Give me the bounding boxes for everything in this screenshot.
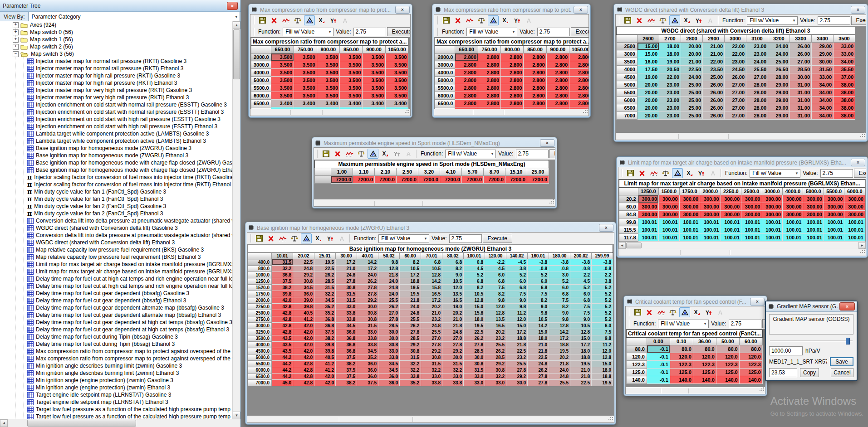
cell[interactable]: 24.8	[293, 266, 314, 272]
cell[interactable]: 5.2	[528, 272, 549, 278]
cell[interactable]: 34.5	[357, 348, 378, 354]
trace-icon[interactable]	[277, 233, 288, 243]
col-header[interactable]: 2800	[681, 35, 703, 43]
col-header[interactable]: 750.00	[478, 46, 500, 53]
cell[interactable]: 21.0	[570, 367, 592, 374]
col-header[interactable]: 60.00	[739, 338, 762, 345]
tree-item[interactable]: Min ignition angle (engine protection) (…	[0, 377, 233, 384]
cell[interactable]: 38.2	[336, 361, 357, 367]
cell[interactable]: 3.400	[294, 100, 317, 107]
cell[interactable]: 21.8	[549, 361, 570, 367]
cell[interactable]: 34.00	[812, 81, 834, 89]
col-header[interactable]: 900.00	[546, 46, 569, 53]
col-header[interactable]: 3300	[790, 35, 812, 43]
tree-item[interactable]: Target engine idle setpoint map (LLRNSTA…	[0, 398, 233, 406]
tree-item[interactable]: Delay time map for fuel cut gear depende…	[0, 319, 233, 326]
scales-icon[interactable]	[660, 168, 671, 178]
cell[interactable]: 34.5	[378, 361, 400, 367]
tree-item[interactable]: +Map switch 1 (56)	[0, 36, 233, 43]
cell[interactable]: 27.00	[725, 104, 746, 112]
cell[interactable]: 300.00	[741, 195, 762, 203]
row-header[interactable]: 3000	[617, 50, 638, 58]
cell[interactable]: 10.5	[400, 266, 421, 272]
col-header[interactable]: 1250.0	[638, 188, 658, 195]
col-header[interactable]: 60.00	[400, 253, 421, 259]
col-header[interactable]: 259.99	[592, 253, 613, 259]
cell[interactable]: 300.00	[762, 211, 782, 218]
cell[interactable]: 8.2	[528, 297, 549, 304]
cell[interactable]: 125.0	[693, 369, 716, 376]
col-header[interactable]: 1050.00	[385, 46, 408, 53]
cell[interactable]: 11.2	[506, 310, 528, 316]
cell[interactable]: 2.800	[569, 92, 588, 100]
scroll-up-icon[interactable]: ▲	[233, 21, 240, 29]
cell[interactable]: 7200.0	[353, 176, 375, 184]
execute-button[interactable]: Execute	[854, 169, 867, 178]
cell[interactable]: 122.3	[716, 361, 739, 369]
cell[interactable]: 12.0	[506, 316, 528, 323]
cell[interactable]: 2.800	[455, 92, 478, 100]
cell[interactable]: 18.00	[659, 50, 681, 58]
col-header[interactable]: 3.20	[418, 168, 440, 176]
tree-item[interactable]: Delay time map for fuel cut at high cat …	[0, 275, 233, 282]
scroll-thumb[interactable]	[27, 420, 136, 427]
cell[interactable]: 32.2	[485, 374, 506, 380]
cell[interactable]: 33.0	[464, 380, 485, 386]
cell[interactable]: 300.00	[824, 195, 844, 203]
cell[interactable]: 80.0	[693, 345, 716, 353]
cell[interactable]: 9.8	[549, 316, 570, 323]
scales-icon[interactable]	[356, 149, 367, 159]
col-header[interactable]: 850.00	[524, 46, 546, 53]
axis-y-icon[interactable]: Y	[324, 233, 335, 243]
row-header[interactable]: 2500	[617, 43, 638, 50]
cell[interactable]: 10.5	[528, 316, 549, 323]
tree-item[interactable]: Lambda target while component protection…	[0, 137, 233, 145]
cell[interactable]: 42.8	[272, 304, 293, 310]
axis-y-icon[interactable]: Y	[328, 15, 338, 25]
col-header[interactable]: 3200	[768, 35, 790, 43]
col-header[interactable]: 5000.0	[803, 188, 824, 195]
cell[interactable]: 25.5	[485, 342, 506, 348]
cell[interactable]: 25.5	[378, 297, 400, 304]
cell[interactable]: 140.0	[693, 376, 716, 384]
col-header[interactable]: 180.00	[549, 253, 570, 259]
cell[interactable]: 20.00	[638, 104, 659, 112]
col-header[interactable]: 650.00	[271, 46, 294, 53]
col-header[interactable]: 1750.0	[679, 188, 700, 195]
cell[interactable]: 2.800	[569, 69, 588, 77]
cell[interactable]: 42.8	[293, 380, 314, 386]
cell[interactable]: 140.0	[670, 376, 693, 384]
cell[interactable]: 7.5	[549, 297, 570, 304]
row-header[interactable]: 4000	[617, 66, 638, 73]
cell[interactable]: 2.800	[478, 92, 500, 100]
cell[interactable]: 22.00	[725, 43, 746, 50]
scales-icon[interactable]	[476, 15, 487, 25]
cell[interactable]: 12.8	[549, 323, 570, 329]
cell[interactable]: 100.01	[700, 218, 721, 226]
cell[interactable]: 9.0	[549, 310, 570, 316]
cell[interactable]: 100.01	[659, 234, 679, 242]
cell[interactable]: 36.8	[336, 342, 357, 348]
cell[interactable]: 44.2	[272, 367, 293, 374]
cell[interactable]: 5.2	[592, 285, 613, 291]
cell[interactable]: 44.2	[272, 361, 293, 367]
cell[interactable]: 7.5	[485, 285, 506, 291]
tree-item[interactable]: Delay time map for fuel cut at high cat …	[0, 282, 233, 290]
cell[interactable]: 35.2	[400, 380, 421, 386]
save-icon[interactable]	[320, 149, 331, 159]
cell[interactable]: 24.0	[400, 304, 421, 310]
cell[interactable]: 20.2	[549, 354, 570, 361]
row-header[interactable]: 5500.0	[251, 84, 271, 92]
cell[interactable]: 29.00	[768, 104, 790, 112]
row-header[interactable]: 3250.0	[248, 329, 272, 335]
tree-item[interactable]: Delay time map for fuel cut gear depende…	[0, 326, 233, 333]
value-input[interactable]: 2.75	[729, 320, 761, 328]
axis-a-icon[interactable]: A	[488, 15, 499, 25]
cell[interactable]: 32.2	[421, 367, 442, 374]
row-header[interactable]: 2000.0	[248, 297, 272, 304]
cell[interactable]: 3.500	[363, 92, 385, 100]
cell[interactable]: 33.0	[421, 374, 442, 380]
cell[interactable]: 21.8	[570, 374, 592, 380]
row-header[interactable]: 1750.0	[248, 291, 272, 297]
row-header[interactable]: 6000	[617, 97, 638, 104]
